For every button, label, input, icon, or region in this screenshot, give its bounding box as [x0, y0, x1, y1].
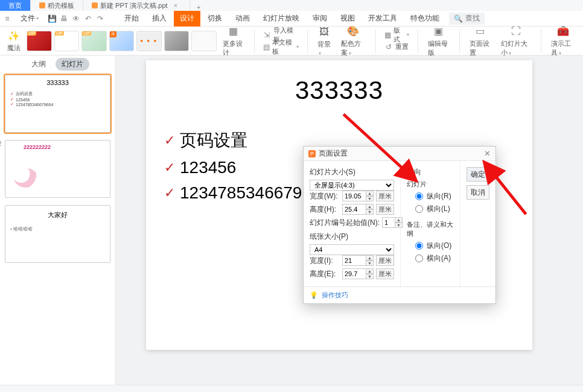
ppt-icon: [92, 2, 98, 8]
edit-master-button[interactable]: ▣编辑母版: [424, 25, 453, 57]
window-tabstrip: 首页 稻壳模板 新建 PPT 演示文稿.ppt× +: [0, 0, 583, 11]
radio-portrait-o[interactable]: 纵向(O): [415, 241, 454, 251]
import-icon: ⇲: [263, 31, 271, 39]
theme-thumb-6[interactable]: [164, 31, 190, 51]
paper-size-select[interactable]: A4: [310, 244, 394, 255]
reset-icon: ↺: [384, 43, 393, 51]
tab-new[interactable]: +: [190, 4, 207, 11]
check-icon: ✓: [164, 160, 175, 175]
slide-title[interactable]: 333333: [164, 76, 514, 105]
page-setup-icon: ▭: [474, 25, 487, 38]
layout-icon: ▦: [384, 31, 391, 39]
thumb-slide-2[interactable]: 2 222222222: [5, 140, 110, 198]
slide-size-label: 幻灯片大小(S): [310, 167, 394, 177]
radio-portrait-r[interactable]: 纵向(R): [415, 191, 454, 201]
background-button[interactable]: 🖼背景▾: [314, 25, 335, 56]
thumb-slide-3[interactable]: 大家好 哈哈哈哈: [5, 205, 110, 263]
tab-close-icon[interactable]: ×: [170, 2, 181, 9]
palette-icon: 🎨: [346, 25, 360, 38]
slide-panel: 大纲 幻灯片 333333 页码设置 123456 12347853466796…: [0, 55, 116, 385]
orientation-label: 方向: [407, 167, 454, 177]
present-tools-button[interactable]: 🧰演示工具▾: [547, 25, 579, 57]
page-setup-dialog: P页面设置 ✕ 幻灯片大小(S) 全屏显示(4:3) 宽度(W): ▲▼ 厘米 …: [303, 146, 496, 304]
wand-icon: ✨: [7, 29, 21, 42]
bullet-2[interactable]: 123456: [180, 158, 236, 177]
theme-thumb-3[interactable]: VIP: [81, 31, 107, 51]
template-icon: [39, 2, 45, 8]
tools-icon: 🧰: [556, 25, 570, 38]
theme-thumb-1[interactable]: VIP: [27, 31, 52, 51]
outline-tab[interactable]: 大纲: [27, 58, 51, 71]
layout-button[interactable]: ▦版式▾: [384, 30, 409, 40]
grid-icon: ▦: [227, 25, 240, 38]
search-icon: 🔍: [454, 14, 463, 23]
tab-templates[interactable]: 稻壳模板: [31, 0, 83, 11]
dialog-ok-button[interactable]: 确定: [467, 167, 489, 182]
slide-width-input[interactable]: [342, 191, 366, 201]
theme-thumb-7[interactable]: [191, 31, 217, 51]
preview-icon[interactable]: 👁: [71, 14, 81, 24]
tab-home[interactable]: 首页: [0, 0, 31, 11]
paper-height-input[interactable]: [342, 268, 366, 279]
reset-button[interactable]: ↺重置: [384, 42, 409, 52]
dialog-close-icon[interactable]: ✕: [484, 149, 491, 158]
paper-size-label: 纸张大小(P): [310, 232, 394, 242]
undo-icon[interactable]: ↶: [83, 14, 93, 24]
menu-slideshow[interactable]: 幻灯片放映: [257, 11, 305, 27]
print-icon[interactable]: 🖶: [59, 14, 69, 24]
page-setup-button[interactable]: ▭页面设置: [466, 25, 495, 57]
menu-review[interactable]: 审阅: [307, 11, 333, 27]
menu-search[interactable]: 🔍查找: [449, 13, 485, 25]
thumb-slide-1[interactable]: 333333 页码设置 123456 1234785346679664: [5, 75, 110, 133]
bullet-3[interactable]: 123478534667964: [180, 183, 321, 203]
ribbon-design: ✨魔法 VIP VIP VIP 荐 ▦更多设计 ⇲导入模板 ▤本文模板▾ 🖼背景…: [0, 27, 583, 55]
theme-thumb-2[interactable]: VIP: [54, 31, 80, 51]
file-menu[interactable]: 文件▾: [14, 11, 45, 27]
master-icon: ▣: [432, 25, 445, 38]
menu-design[interactable]: 设计: [174, 11, 200, 27]
this-template-button[interactable]: ▤本文模板▾: [263, 42, 299, 52]
theme-thumb-5[interactable]: [136, 31, 162, 51]
redo-icon[interactable]: ↷: [95, 14, 105, 24]
magic-button[interactable]: ✨魔法: [4, 29, 24, 52]
paper-width-input[interactable]: [342, 255, 366, 266]
bullet-1[interactable]: 页码设置: [180, 129, 247, 152]
dialog-tips[interactable]: 💡操作技巧: [304, 286, 495, 303]
slide-size-select[interactable]: 全屏显示(4:3): [310, 180, 394, 191]
doc-icon: ▤: [263, 43, 270, 51]
tab-document[interactable]: 新建 PPT 演示文稿.ppt×: [83, 0, 190, 11]
color-scheme-button[interactable]: 🎨配色方案▾: [337, 25, 369, 57]
slide-height-input[interactable]: [342, 204, 366, 215]
check-icon: ✓: [164, 185, 175, 201]
slide-size-button[interactable]: ⛶幻灯片大小▾: [497, 25, 535, 57]
slide-size-icon: ⛶: [509, 25, 523, 38]
slide-canvas[interactable]: 333333 ✓页码设置 ✓123456 ✓123478534667964 P页…: [116, 55, 583, 385]
app-mini-icon: P: [308, 150, 316, 157]
bulb-icon: 💡: [310, 291, 318, 299]
number-from-input[interactable]: [382, 217, 395, 228]
status-bar: [0, 385, 583, 392]
slides-tab[interactable]: 幻灯片: [56, 58, 89, 71]
menu-insert[interactable]: 插入: [146, 11, 173, 27]
check-icon: ✓: [164, 133, 175, 148]
dialog-cancel-button[interactable]: 取消: [467, 185, 489, 200]
background-icon: 🖼: [317, 25, 331, 39]
theme-thumb-4[interactable]: 荐: [109, 31, 135, 51]
orientation-slides-label: 幻灯片: [407, 180, 454, 189]
menu-bar: ≡ 文件▾ 💾 🖶 👁 ↶ ↷ 开始 插入 设计 切换 动画 幻灯片放映 审阅 …: [0, 11, 583, 27]
radio-landscape-l[interactable]: 横向(L): [415, 204, 454, 214]
thumb1-title: 333333: [10, 79, 105, 86]
orientation-notes-label: 备注、讲义和大纲: [407, 220, 454, 238]
dialog-title: 页面设置: [319, 148, 348, 159]
more-designs-button[interactable]: ▦更多设计: [219, 25, 248, 57]
save-icon[interactable]: 💾: [47, 14, 57, 24]
app-menu-icon[interactable]: ≡: [2, 14, 12, 24]
menu-start[interactable]: 开始: [118, 11, 145, 27]
radio-landscape-a[interactable]: 横向(A): [415, 253, 454, 264]
